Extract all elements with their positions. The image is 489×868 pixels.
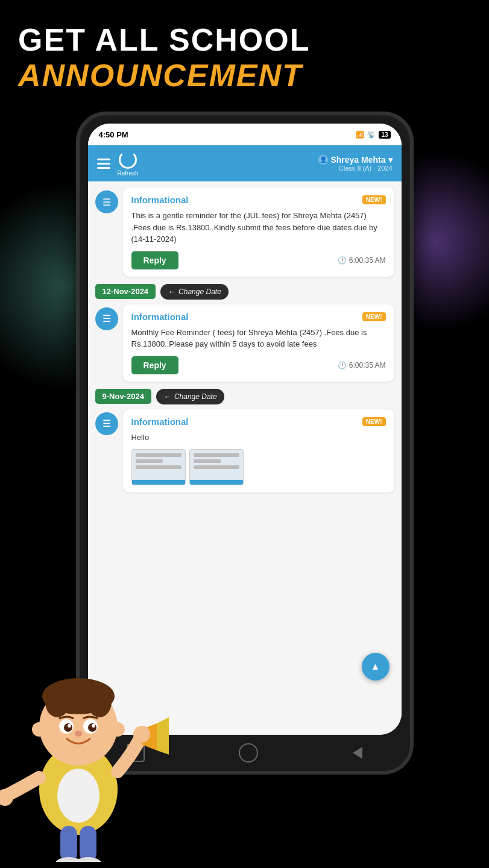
user-name[interactable]: 👤 Shreya Mehta ▾ <box>318 155 392 165</box>
svg-rect-19 <box>60 826 77 862</box>
thumbnail-1 <box>131 449 186 485</box>
dropdown-arrow: ▾ <box>388 155 393 165</box>
change-date-button-3[interactable]: ← Change Date <box>156 389 224 404</box>
refresh-label: Refresh <box>118 170 139 177</box>
card-header-1: Informational NEW! <box>131 195 386 205</box>
thumb-line-4 <box>194 453 239 457</box>
card-header-2: Informational NEW! <box>131 312 386 322</box>
thumb-blue-bar-1 <box>132 480 185 485</box>
wifi-icon: 📡 <box>367 131 376 139</box>
message-avatar-1: ☰ <box>95 190 118 213</box>
thumb-line-6 <box>194 465 239 469</box>
message-card-1: Informational NEW! This is a gentle remi… <box>123 187 394 277</box>
thumb-line-2 <box>136 459 163 463</box>
user-avatar-icon: 👤 <box>318 155 328 165</box>
card-title-2: Informational <box>131 312 189 322</box>
thumbnail-row <box>131 449 386 485</box>
message-card-3: Informational NEW! Hello <box>123 409 394 493</box>
timestamp-2: 🕐 6:00:35 AM <box>338 361 386 370</box>
header-text: GET ALL SCHOOL ANNOUNCEMENT <box>18 23 471 93</box>
message-avatar-2: ☰ <box>95 307 118 330</box>
message-card-2: Informational NEW! Monthly Fee Reminder … <box>123 304 394 382</box>
svg-point-4 <box>45 687 69 717</box>
svg-point-10 <box>68 724 71 728</box>
menu-button[interactable] <box>97 159 110 169</box>
date-row-2: 12-Nov-2024 ← Change Date <box>95 284 394 300</box>
new-badge-1: NEW! <box>362 195 386 204</box>
user-class: Class II (A) - 2024 <box>339 165 393 172</box>
card-title-1: Informational <box>131 195 189 205</box>
nav-home-button[interactable] <box>239 743 258 763</box>
card-body-2: Monthly Fee Reminder ( fees) for Shreya … <box>131 327 386 350</box>
date-row-3: 9-Nov-2024 ← Change Date <box>95 389 394 404</box>
change-date-label-3: Change Date <box>174 392 217 401</box>
thumb-blue-bar-2 <box>190 480 243 485</box>
reply-button-1[interactable]: Reply <box>131 251 178 269</box>
list-icon-3: ☰ <box>103 418 111 429</box>
message-avatar-3: ☰ <box>95 412 118 435</box>
sim-icon: 📶 <box>356 131 364 139</box>
card-body-1: This is a gentle reminder for the (JUL f… <box>131 210 386 245</box>
date-badge-2: 12-Nov-2024 <box>95 284 156 299</box>
clock-icon-2: 🕐 <box>338 361 347 370</box>
new-badge-2: NEW! <box>362 312 386 321</box>
svg-rect-20 <box>80 826 96 862</box>
nav-back-button[interactable] <box>353 747 362 759</box>
clock-icon-1: 🕐 <box>338 256 347 265</box>
svg-point-17 <box>133 726 150 743</box>
status-icons: 📶 📡 13 <box>356 131 390 139</box>
scroll-up-button[interactable] <box>362 653 390 681</box>
user-name-text: Shreya Mehta <box>330 155 385 165</box>
card-header-3: Informational NEW! <box>131 417 386 427</box>
message-row-2: ☰ Informational NEW! Monthly Fee Reminde… <box>95 304 394 382</box>
arrow-icon-2: ← <box>168 287 176 297</box>
status-time: 4:50 PM <box>99 130 128 139</box>
thumb-line-1 <box>136 453 181 457</box>
svg-point-14 <box>110 722 125 737</box>
thumb-line-3 <box>136 465 181 469</box>
new-badge-3: NEW! <box>362 417 386 426</box>
card-title-3: Informational <box>131 417 189 427</box>
thumb-line-5 <box>194 459 221 463</box>
user-info: 👤 Shreya Mehta ▾ Class II (A) - 2024 <box>318 155 392 172</box>
arrow-icon-3: ← <box>163 392 172 401</box>
svg-point-5 <box>87 687 112 717</box>
time-text-1: 6:00:35 AM <box>349 256 386 265</box>
reply-button-2[interactable]: Reply <box>131 356 178 374</box>
svg-point-13 <box>32 722 46 737</box>
message-row-1: ☰ Informational NEW! This is a gentle re… <box>95 187 394 277</box>
svg-point-12 <box>75 731 82 737</box>
status-bar: 4:50 PM 📶 📡 13 <box>88 124 402 145</box>
card-footer-1: Reply 🕐 6:00:35 AM <box>131 251 386 269</box>
svg-point-11 <box>92 724 95 728</box>
change-date-button-2[interactable]: ← Change Date <box>160 284 229 300</box>
message-row-3: ☰ Informational NEW! Hello <box>95 409 394 493</box>
date-badge-3: 9-Nov-2024 <box>95 389 151 404</box>
svg-point-22 <box>75 857 101 862</box>
mascot-character <box>0 609 169 862</box>
list-icon-1: ☰ <box>103 197 111 208</box>
refresh-icon <box>119 151 137 169</box>
thumbnail-2 <box>189 449 244 485</box>
card-body-3: Hello <box>131 432 386 444</box>
app-header: Refresh 👤 Shreya Mehta ▾ Class II (A) - … <box>88 145 402 181</box>
refresh-button[interactable]: Refresh <box>118 151 139 177</box>
svg-point-1 <box>57 769 99 823</box>
timestamp-1: 🕐 6:00:35 AM <box>338 256 386 265</box>
list-icon-2: ☰ <box>103 313 111 324</box>
change-date-label-2: Change Date <box>178 288 221 296</box>
time-text-2: 6:00:35 AM <box>349 361 386 370</box>
header-line1: GET ALL SCHOOL <box>18 23 471 57</box>
battery-icon: 13 <box>379 131 390 139</box>
card-footer-2: Reply 🕐 6:00:35 AM <box>131 356 386 374</box>
header-line2: ANNOUNCEMENT <box>18 57 471 93</box>
